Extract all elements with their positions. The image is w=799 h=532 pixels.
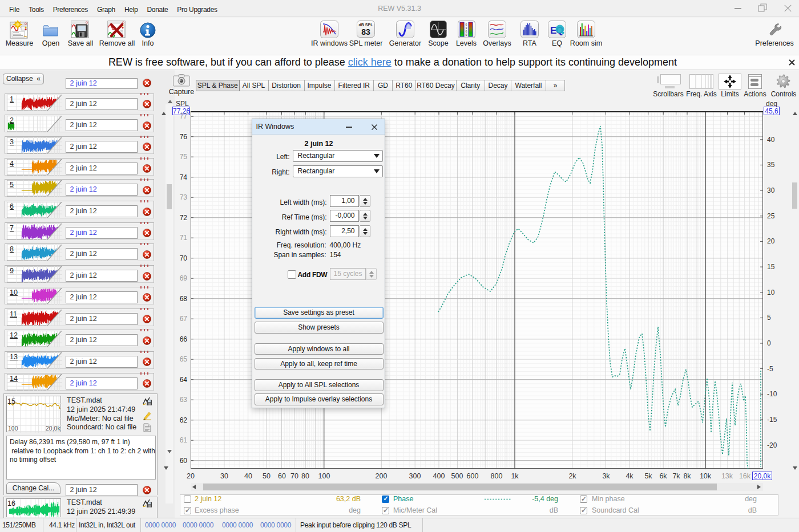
svg-text:83: 83 — [361, 27, 370, 36]
svg-text:9: 9 — [465, 34, 467, 37]
svg-text:dB SPL: dB SPL — [359, 23, 374, 27]
